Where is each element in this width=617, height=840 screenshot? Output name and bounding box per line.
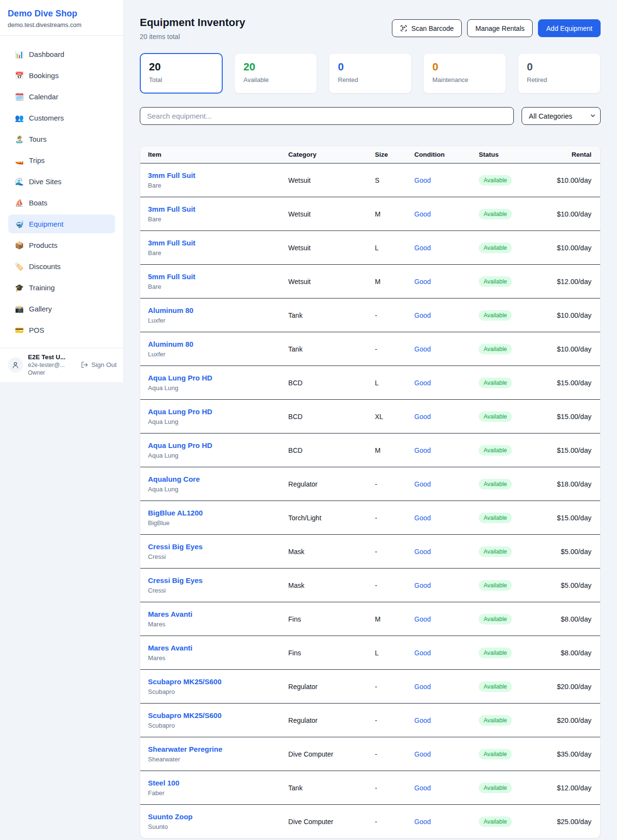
condition-link[interactable]: Good bbox=[415, 818, 431, 826]
item-category: Wetsuit bbox=[281, 197, 367, 231]
item-category: Wetsuit bbox=[281, 265, 367, 298]
condition-link[interactable]: Good bbox=[415, 176, 431, 184]
table-row: 5mm Full Suit Bare Wetsuit M Good Availa… bbox=[140, 265, 600, 298]
table-row: Mares Avanti Mares Fins L Good Available… bbox=[140, 636, 600, 670]
search-input[interactable] bbox=[140, 107, 514, 125]
condition-link[interactable]: Good bbox=[415, 548, 431, 555]
stat-card-available[interactable]: 20 Available bbox=[234, 53, 317, 94]
item-size: M bbox=[367, 602, 407, 636]
condition-link[interactable]: Good bbox=[415, 447, 431, 454]
item-name-link[interactable]: 5mm Full Suit bbox=[148, 272, 273, 281]
status-badge: Available bbox=[479, 243, 511, 253]
item-category: Fins bbox=[281, 636, 367, 670]
item-name-link[interactable]: Cressi Big Eyes bbox=[148, 576, 273, 585]
condition-link[interactable]: Good bbox=[415, 278, 431, 285]
stat-card-maintenance[interactable]: 0 Maintenance bbox=[423, 53, 506, 94]
condition-link[interactable]: Good bbox=[415, 413, 431, 420]
stat-card-total[interactable]: 20 Total bbox=[140, 53, 223, 94]
condition-link[interactable]: Good bbox=[415, 717, 431, 724]
item-brand: Scubapro bbox=[148, 688, 273, 696]
sidebar-item-dashboard[interactable]: 📊 Dashboard bbox=[8, 45, 115, 64]
condition-link[interactable]: Good bbox=[415, 345, 431, 353]
item-name-link[interactable]: Scubapro MK25/S600 bbox=[148, 711, 273, 720]
item-rental-rate: $10.00/day bbox=[543, 231, 600, 265]
item-name-link[interactable]: Steel 100 bbox=[148, 778, 273, 787]
status-badge: Available bbox=[479, 209, 511, 219]
item-rental-rate: $10.00/day bbox=[543, 197, 600, 231]
item-name-link[interactable]: Mares Avanti bbox=[148, 610, 273, 619]
status-badge: Available bbox=[479, 276, 511, 287]
item-name-link[interactable]: Aqua Lung Pro HD bbox=[148, 373, 273, 382]
condition-link[interactable]: Good bbox=[415, 750, 431, 758]
item-category: Regulator bbox=[281, 670, 367, 704]
scan-barcode-button[interactable]: Scan Barcode bbox=[392, 19, 462, 37]
table-row: Aqua Lung Pro HD Aqua Lung BCD L Good Av… bbox=[140, 366, 600, 400]
condition-link[interactable]: Good bbox=[415, 784, 431, 792]
brand-link[interactable]: Demo Dive Shop bbox=[8, 9, 116, 19]
sign-out-label: Sign Out bbox=[91, 361, 117, 368]
people-icon: 👥 bbox=[14, 114, 24, 122]
sign-out-button[interactable]: Sign Out bbox=[81, 361, 117, 368]
sidebar-item-calendar[interactable]: 🗓️ Calendar bbox=[8, 87, 115, 106]
sidebar-item-training[interactable]: 🎓 Training bbox=[8, 278, 115, 297]
item-name-link[interactable]: Aqua Lung Pro HD bbox=[148, 407, 273, 416]
item-name-link[interactable]: Suunto Zoop bbox=[148, 812, 273, 821]
item-name-link[interactable]: BigBlue AL1200 bbox=[148, 508, 273, 517]
table-body: 3mm Full Suit Bare Wetsuit S Good Availa… bbox=[140, 163, 600, 839]
sidebar-item-discounts[interactable]: 🏷️ Discounts bbox=[8, 257, 115, 276]
sidebar-item-pos[interactable]: 💳 POS bbox=[8, 321, 115, 339]
item-name-link[interactable]: 3mm Full Suit bbox=[148, 238, 273, 247]
status-badge: Available bbox=[479, 513, 511, 523]
sidebar-item-products[interactable]: 📦 Products bbox=[8, 236, 115, 255]
item-brand: Cressi bbox=[148, 553, 273, 561]
item-brand: Bare bbox=[148, 249, 273, 257]
item-rental-rate: $20.00/day bbox=[543, 704, 600, 737]
add-equipment-button[interactable]: Add Equipment bbox=[538, 19, 601, 37]
item-name-link[interactable]: Aluminum 80 bbox=[148, 339, 273, 349]
condition-link[interactable]: Good bbox=[415, 649, 431, 657]
item-rental-rate: $15.00/day bbox=[543, 501, 600, 535]
bar-chart-icon: 📊 bbox=[14, 50, 24, 59]
condition-link[interactable]: Good bbox=[415, 312, 431, 319]
sidebar-item-equipment[interactable]: 🤿 Equipment bbox=[8, 215, 115, 233]
item-name-link[interactable]: Scubapro MK25/S600 bbox=[148, 677, 273, 686]
sidebar-item-trips[interactable]: 🚤 Trips bbox=[8, 151, 115, 170]
sidebar-item-dive-sites[interactable]: 🌊 Dive Sites bbox=[8, 172, 115, 191]
condition-link[interactable]: Good bbox=[415, 615, 431, 623]
condition-link[interactable]: Good bbox=[415, 379, 431, 387]
condition-link[interactable]: Good bbox=[415, 480, 431, 488]
stat-card-rented[interactable]: 0 Rented bbox=[329, 53, 412, 94]
category-select[interactable]: All Categories bbox=[522, 107, 601, 125]
condition-link[interactable]: Good bbox=[415, 683, 431, 691]
manage-rentals-button[interactable]: Manage Rentals bbox=[467, 19, 533, 37]
item-category: Regulator bbox=[281, 704, 367, 737]
sidebar-item-tours[interactable]: 🏝️ Tours bbox=[8, 130, 115, 149]
item-name-link[interactable]: Aqualung Core bbox=[148, 474, 273, 484]
item-name-link[interactable]: Shearwater Peregrine bbox=[148, 745, 273, 754]
condition-link[interactable]: Good bbox=[415, 514, 431, 522]
item-brand: Mares bbox=[148, 654, 273, 662]
item-name-link[interactable]: 3mm Full Suit bbox=[148, 204, 273, 214]
item-name-link[interactable]: Mares Avanti bbox=[148, 643, 273, 652]
item-size: L bbox=[367, 366, 407, 400]
item-name-link[interactable]: Aqua Lung Pro HD bbox=[148, 441, 273, 450]
item-brand: Shearwater bbox=[148, 756, 273, 763]
condition-link[interactable]: Good bbox=[415, 244, 431, 252]
user-role: Owner bbox=[28, 369, 76, 376]
sidebar-item-gallery[interactable]: 📸 Gallery bbox=[8, 299, 115, 318]
stat-card-retired[interactable]: 0 Retired bbox=[518, 53, 601, 94]
item-category: Tank bbox=[281, 332, 367, 366]
sidebar-item-boats[interactable]: ⛵ Boats bbox=[8, 193, 115, 212]
item-brand: Suunto bbox=[148, 823, 273, 831]
item-name-link[interactable]: Aluminum 80 bbox=[148, 306, 273, 315]
col-header-status: Status bbox=[471, 146, 543, 163]
condition-link[interactable]: Good bbox=[415, 210, 431, 218]
item-name-link[interactable]: Cressi Big Eyes bbox=[148, 542, 273, 551]
table-header-row: Item Category Size Condition Status Rent… bbox=[140, 146, 600, 163]
table-row: Scubapro MK25/S600 Scubapro Regulator - … bbox=[140, 670, 600, 704]
sidebar-item-customers[interactable]: 👥 Customers bbox=[8, 108, 115, 127]
item-name-link[interactable]: 3mm Full Suit bbox=[148, 171, 273, 180]
col-header-size: Size bbox=[367, 146, 407, 163]
sidebar-item-bookings[interactable]: 📅 Bookings bbox=[8, 66, 115, 85]
condition-link[interactable]: Good bbox=[415, 582, 431, 589]
